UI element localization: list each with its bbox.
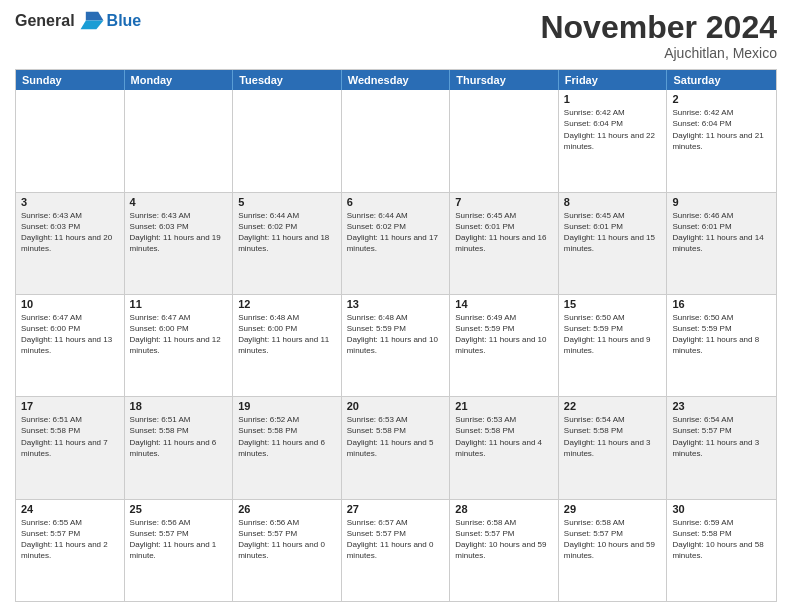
day-number: 6 [347, 196, 445, 208]
day-info: Sunrise: 6:53 AM Sunset: 5:58 PM Dayligh… [455, 414, 553, 459]
day-number: 11 [130, 298, 228, 310]
day-number: 10 [21, 298, 119, 310]
day-info: Sunrise: 6:50 AM Sunset: 5:59 PM Dayligh… [564, 312, 662, 357]
day-number: 28 [455, 503, 553, 515]
day-info: Sunrise: 6:57 AM Sunset: 5:57 PM Dayligh… [347, 517, 445, 562]
svg-marker-0 [85, 12, 103, 21]
day-info: Sunrise: 6:48 AM Sunset: 5:59 PM Dayligh… [347, 312, 445, 357]
day-info: Sunrise: 6:50 AM Sunset: 5:59 PM Dayligh… [672, 312, 771, 357]
cal-cell: 6Sunrise: 6:44 AM Sunset: 6:02 PM Daylig… [342, 193, 451, 294]
day-info: Sunrise: 6:45 AM Sunset: 6:01 PM Dayligh… [455, 210, 553, 255]
day-number: 23 [672, 400, 771, 412]
day-info: Sunrise: 6:58 AM Sunset: 5:57 PM Dayligh… [564, 517, 662, 562]
day-number: 5 [238, 196, 336, 208]
cal-cell: 26Sunrise: 6:56 AM Sunset: 5:57 PM Dayli… [233, 500, 342, 601]
cal-row-5: 24Sunrise: 6:55 AM Sunset: 5:57 PM Dayli… [16, 499, 776, 601]
cal-cell: 16Sunrise: 6:50 AM Sunset: 5:59 PM Dayli… [667, 295, 776, 396]
day-number: 26 [238, 503, 336, 515]
cal-cell [233, 90, 342, 191]
day-info: Sunrise: 6:54 AM Sunset: 5:58 PM Dayligh… [564, 414, 662, 459]
cal-cell: 17Sunrise: 6:51 AM Sunset: 5:58 PM Dayli… [16, 397, 125, 498]
cal-cell: 12Sunrise: 6:48 AM Sunset: 6:00 PM Dayli… [233, 295, 342, 396]
cal-cell: 5Sunrise: 6:44 AM Sunset: 6:02 PM Daylig… [233, 193, 342, 294]
header-monday: Monday [125, 70, 234, 90]
cal-cell: 15Sunrise: 6:50 AM Sunset: 5:59 PM Dayli… [559, 295, 668, 396]
day-number: 9 [672, 196, 771, 208]
day-info: Sunrise: 6:42 AM Sunset: 6:04 PM Dayligh… [564, 107, 662, 152]
cal-row-2: 3Sunrise: 6:43 AM Sunset: 6:03 PM Daylig… [16, 192, 776, 294]
calendar: Sunday Monday Tuesday Wednesday Thursday… [15, 69, 777, 602]
cal-cell: 13Sunrise: 6:48 AM Sunset: 5:59 PM Dayli… [342, 295, 451, 396]
cal-cell: 25Sunrise: 6:56 AM Sunset: 5:57 PM Dayli… [125, 500, 234, 601]
day-info: Sunrise: 6:55 AM Sunset: 5:57 PM Dayligh… [21, 517, 119, 562]
header-thursday: Thursday [450, 70, 559, 90]
cal-cell: 24Sunrise: 6:55 AM Sunset: 5:57 PM Dayli… [16, 500, 125, 601]
header-saturday: Saturday [667, 70, 776, 90]
cal-cell: 27Sunrise: 6:57 AM Sunset: 5:57 PM Dayli… [342, 500, 451, 601]
cal-cell: 4Sunrise: 6:43 AM Sunset: 6:03 PM Daylig… [125, 193, 234, 294]
cal-row-3: 10Sunrise: 6:47 AM Sunset: 6:00 PM Dayli… [16, 294, 776, 396]
day-number: 12 [238, 298, 336, 310]
header: GeneralBlue November 2024 Ajuchitlan, Me… [15, 10, 777, 61]
cal-cell: 22Sunrise: 6:54 AM Sunset: 5:58 PM Dayli… [559, 397, 668, 498]
day-info: Sunrise: 6:59 AM Sunset: 5:58 PM Dayligh… [672, 517, 771, 562]
day-info: Sunrise: 6:43 AM Sunset: 6:03 PM Dayligh… [130, 210, 228, 255]
day-info: Sunrise: 6:45 AM Sunset: 6:01 PM Dayligh… [564, 210, 662, 255]
cal-cell: 2Sunrise: 6:42 AM Sunset: 6:04 PM Daylig… [667, 90, 776, 191]
day-number: 14 [455, 298, 553, 310]
day-info: Sunrise: 6:56 AM Sunset: 5:57 PM Dayligh… [238, 517, 336, 562]
day-number: 8 [564, 196, 662, 208]
day-number: 17 [21, 400, 119, 412]
svg-marker-1 [80, 21, 103, 30]
day-number: 21 [455, 400, 553, 412]
cal-cell: 11Sunrise: 6:47 AM Sunset: 6:00 PM Dayli… [125, 295, 234, 396]
day-info: Sunrise: 6:49 AM Sunset: 5:59 PM Dayligh… [455, 312, 553, 357]
logo: GeneralBlue [15, 10, 141, 32]
cal-cell [450, 90, 559, 191]
cal-cell: 9Sunrise: 6:46 AM Sunset: 6:01 PM Daylig… [667, 193, 776, 294]
day-info: Sunrise: 6:47 AM Sunset: 6:00 PM Dayligh… [130, 312, 228, 357]
header-friday: Friday [559, 70, 668, 90]
cal-cell: 30Sunrise: 6:59 AM Sunset: 5:58 PM Dayli… [667, 500, 776, 601]
day-number: 20 [347, 400, 445, 412]
calendar-body: 1Sunrise: 6:42 AM Sunset: 6:04 PM Daylig… [16, 90, 776, 601]
cal-cell: 28Sunrise: 6:58 AM Sunset: 5:57 PM Dayli… [450, 500, 559, 601]
header-sunday: Sunday [16, 70, 125, 90]
day-info: Sunrise: 6:52 AM Sunset: 5:58 PM Dayligh… [238, 414, 336, 459]
day-number: 24 [21, 503, 119, 515]
cal-cell [16, 90, 125, 191]
cal-cell: 20Sunrise: 6:53 AM Sunset: 5:58 PM Dayli… [342, 397, 451, 498]
header-wednesday: Wednesday [342, 70, 451, 90]
logo-text: GeneralBlue [15, 10, 141, 32]
cal-cell: 21Sunrise: 6:53 AM Sunset: 5:58 PM Dayli… [450, 397, 559, 498]
day-number: 27 [347, 503, 445, 515]
day-info: Sunrise: 6:46 AM Sunset: 6:01 PM Dayligh… [672, 210, 771, 255]
day-info: Sunrise: 6:56 AM Sunset: 5:57 PM Dayligh… [130, 517, 228, 562]
day-info: Sunrise: 6:44 AM Sunset: 6:02 PM Dayligh… [347, 210, 445, 255]
day-info: Sunrise: 6:58 AM Sunset: 5:57 PM Dayligh… [455, 517, 553, 562]
day-number: 25 [130, 503, 228, 515]
day-number: 18 [130, 400, 228, 412]
day-number: 7 [455, 196, 553, 208]
day-number: 19 [238, 400, 336, 412]
title-section: November 2024 Ajuchitlan, Mexico [540, 10, 777, 61]
cal-cell: 3Sunrise: 6:43 AM Sunset: 6:03 PM Daylig… [16, 193, 125, 294]
cal-cell: 14Sunrise: 6:49 AM Sunset: 5:59 PM Dayli… [450, 295, 559, 396]
header-tuesday: Tuesday [233, 70, 342, 90]
day-info: Sunrise: 6:47 AM Sunset: 6:00 PM Dayligh… [21, 312, 119, 357]
day-number: 4 [130, 196, 228, 208]
day-info: Sunrise: 6:48 AM Sunset: 6:00 PM Dayligh… [238, 312, 336, 357]
day-number: 30 [672, 503, 771, 515]
day-info: Sunrise: 6:44 AM Sunset: 6:02 PM Dayligh… [238, 210, 336, 255]
day-number: 13 [347, 298, 445, 310]
cal-cell: 10Sunrise: 6:47 AM Sunset: 6:00 PM Dayli… [16, 295, 125, 396]
cal-cell: 23Sunrise: 6:54 AM Sunset: 5:57 PM Dayli… [667, 397, 776, 498]
month-title: November 2024 [540, 10, 777, 45]
cal-row-4: 17Sunrise: 6:51 AM Sunset: 5:58 PM Dayli… [16, 396, 776, 498]
day-number: 1 [564, 93, 662, 105]
cal-cell: 7Sunrise: 6:45 AM Sunset: 6:01 PM Daylig… [450, 193, 559, 294]
page: GeneralBlue November 2024 Ajuchitlan, Me… [0, 0, 792, 612]
cal-cell [342, 90, 451, 191]
day-number: 29 [564, 503, 662, 515]
day-number: 15 [564, 298, 662, 310]
